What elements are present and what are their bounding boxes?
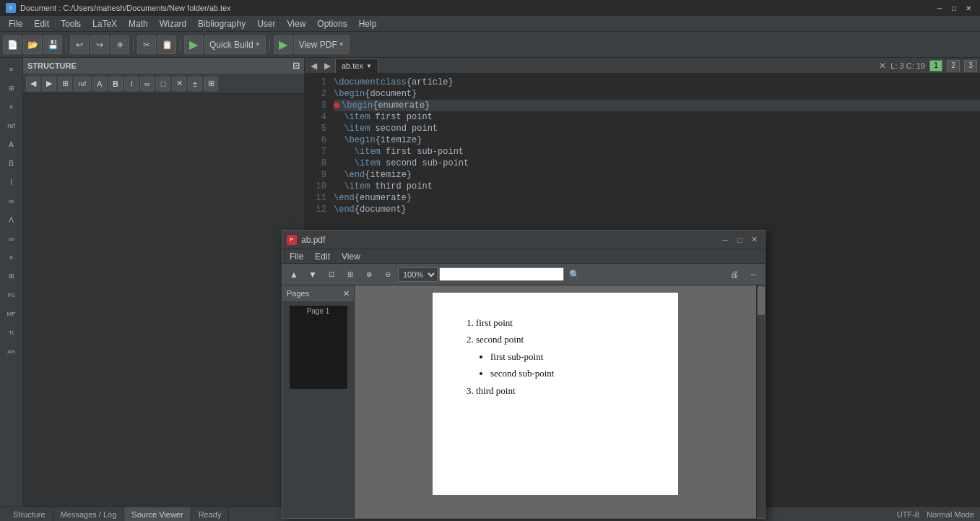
undo-button[interactable]: ↩ xyxy=(70,35,89,54)
editor-close-icon[interactable]: ✕ xyxy=(879,61,886,71)
sidebar-btn-as[interactable]: AS xyxy=(3,343,20,360)
sidebar-btn-7[interactable]: I xyxy=(3,173,20,191)
paste-button[interactable]: 📋 xyxy=(157,35,176,54)
status-tab-structure[interactable]: Structure xyxy=(6,507,53,522)
menu-bibliography[interactable]: Bibliography xyxy=(192,17,251,30)
status-tab-messages[interactable]: Messages / Log xyxy=(53,507,125,522)
sidebar-btn-ti[interactable]: TI xyxy=(3,324,20,341)
pdf-maximize-button[interactable]: □ xyxy=(733,234,746,246)
pdf-pages-close-icon[interactable]: ✕ xyxy=(343,289,350,298)
code-line-3: \begin{enumerate} xyxy=(334,100,980,111)
sidebar-btn-1[interactable]: ≡ xyxy=(3,61,20,78)
menu-options[interactable]: Options xyxy=(311,17,352,30)
menu-user[interactable]: User xyxy=(251,17,281,30)
struct-pm-btn[interactable]: ± xyxy=(188,77,202,91)
struct-i-btn[interactable]: I xyxy=(124,77,139,91)
pdf-fit-page-btn[interactable]: ⊞ xyxy=(342,267,359,283)
pdf-minimize-button[interactable]: ─ xyxy=(719,234,732,246)
struct-grid-btn[interactable]: ⊞ xyxy=(204,77,218,91)
open-button[interactable]: 📂 xyxy=(23,35,42,54)
pdf-scroll-thumb[interactable] xyxy=(758,286,765,315)
menu-latex[interactable]: LaTeX xyxy=(87,17,123,30)
status-tab-source[interactable]: Source Viewer xyxy=(124,507,191,522)
copy-new-button[interactable]: ⊕ xyxy=(110,35,129,54)
editor-tab-abtex[interactable]: ab.tex ▼ xyxy=(335,59,378,73)
struct-back-btn[interactable]: ◀ xyxy=(26,77,40,91)
sidebar-btn-2[interactable]: ⊞ xyxy=(3,79,20,97)
menu-tools[interactable]: Tools xyxy=(55,17,87,30)
sidebar-btn-6[interactable]: B xyxy=(3,155,20,172)
close-button[interactable]: ✕ xyxy=(963,2,974,14)
new-button[interactable]: 📄 xyxy=(3,35,22,54)
struct-box-btn[interactable]: □ xyxy=(156,77,170,91)
structure-collapse-icon[interactable]: ⊡ xyxy=(292,61,300,71)
sidebar-btn-9[interactable]: Λ xyxy=(3,211,20,228)
struct-ref-btn[interactable]: ref xyxy=(74,77,91,91)
maximize-button[interactable]: □ xyxy=(948,2,960,14)
menu-view[interactable]: View xyxy=(282,17,312,30)
pdf-scrollbar[interactable] xyxy=(756,285,765,518)
cut-button[interactable]: ✂ xyxy=(137,35,156,54)
tab-back-btn[interactable]: ◀ xyxy=(308,61,320,71)
save-button[interactable]: 💾 xyxy=(43,35,62,54)
tab-dropdown-icon[interactable]: ▼ xyxy=(366,63,372,69)
pdf-search-btn[interactable]: 🔍 xyxy=(565,267,583,283)
pdf-menu-edit[interactable]: Edit xyxy=(311,251,334,262)
struct-add-btn[interactable]: ⊞ xyxy=(58,77,72,91)
pdf-fit-width-btn[interactable]: ⊡ xyxy=(323,267,340,283)
redo-button[interactable]: ↪ xyxy=(90,35,109,54)
sidebar-btn-3[interactable]: ≡ xyxy=(3,98,20,116)
struct-a-btn[interactable]: A xyxy=(92,77,107,91)
quick-build-dropdown-icon[interactable]: ▼ xyxy=(255,41,261,48)
pdf-menu-view[interactable]: View xyxy=(337,251,365,262)
view-arrow-button[interactable]: ▶ xyxy=(274,35,292,54)
minimize-button[interactable]: ─ xyxy=(934,2,945,14)
view-btn-1[interactable]: 1 xyxy=(929,60,942,72)
pdf-down-btn[interactable]: ▼ xyxy=(304,267,321,283)
pdf-up-btn[interactable]: ▲ xyxy=(285,267,303,283)
sidebar-btn-mp[interactable]: MP xyxy=(3,305,20,322)
pdf-print-btn[interactable]: 🖨 xyxy=(726,267,743,283)
menu-wizard[interactable]: Wizard xyxy=(154,17,192,30)
sidebar-btn-11[interactable]: ≡ xyxy=(3,249,20,266)
struct-b-btn[interactable]: B xyxy=(108,77,123,91)
pdf-zoom-out-btn[interactable]: ⊖ xyxy=(379,267,396,283)
menu-file[interactable]: File xyxy=(3,17,28,30)
view-btn-2[interactable]: 2 xyxy=(947,60,960,72)
pdf-zoom-select[interactable]: 100% 75% 150% xyxy=(398,267,438,282)
view-btn-3[interactable]: 3 xyxy=(964,60,977,72)
struct-inf-btn[interactable]: ∞ xyxy=(140,77,155,91)
separator-1 xyxy=(66,38,66,52)
pdf-close-button[interactable]: ✕ xyxy=(747,234,760,246)
sidebar-btn-4[interactable]: ref xyxy=(3,117,20,134)
code-line-6: \begin{itemize} xyxy=(334,134,980,146)
line-num-4: 4 xyxy=(305,111,326,123)
struct-fwd-btn[interactable]: ▶ xyxy=(42,77,56,91)
menu-edit[interactable]: Edit xyxy=(28,17,55,30)
pdf-search-input[interactable] xyxy=(439,267,564,281)
run-arrow-button[interactable]: ▶ xyxy=(184,35,203,54)
pdf-menu-file[interactable]: File xyxy=(285,251,308,262)
view-pdf-dropdown-icon[interactable]: ▼ xyxy=(339,41,344,48)
sidebar-btn-5[interactable]: A xyxy=(3,136,20,153)
line-num-1: 1 xyxy=(305,77,326,88)
sidebar-btn-ps[interactable]: PS xyxy=(3,286,20,303)
pdf-pages-label: Pages xyxy=(287,289,309,298)
pdf-window-controls: ─ □ ✕ xyxy=(719,234,760,246)
menu-math[interactable]: Math xyxy=(123,17,154,30)
quick-build-button[interactable]: Quick Build ▼ xyxy=(204,35,266,54)
view-pdf-button[interactable]: View PDF ▼ xyxy=(294,35,350,54)
sidebar-btn-12[interactable]: ⊞ xyxy=(3,267,20,285)
tab-fwd-btn[interactable]: ▶ xyxy=(321,61,334,71)
pdf-sync-btn[interactable]: ↔ xyxy=(745,267,762,283)
mode-label: Normal Mode xyxy=(927,510,974,519)
sidebar-btn-8[interactable]: ∞ xyxy=(3,192,20,210)
sidebar-btn-10[interactable]: ∞ xyxy=(3,230,20,247)
struct-cross-btn[interactable]: ✕ xyxy=(172,77,186,91)
pdf-titlebar: P ab.pdf ─ □ ✕ xyxy=(282,231,765,249)
pdf-zoom-in-btn[interactable]: ⊕ xyxy=(360,267,378,283)
code-line-8: \item second sub-point xyxy=(334,158,980,169)
menu-help[interactable]: Help xyxy=(353,17,383,30)
pdf-page-1-thumb[interactable]: Page 1 xyxy=(290,306,347,389)
structure-toolbar: ◀ ▶ ⊞ ref A B I ∞ □ ✕ ± ⊞ xyxy=(23,74,304,94)
